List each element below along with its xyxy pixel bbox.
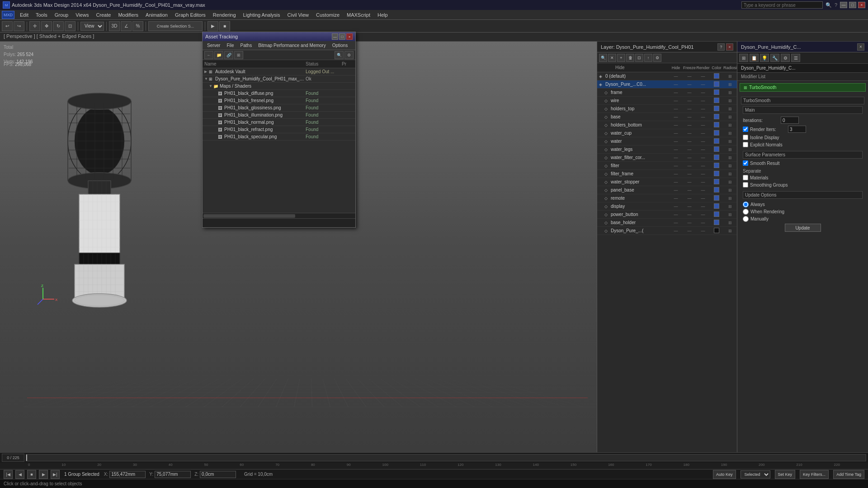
layer-hide-8[interactable]: — (669, 139, 683, 144)
snap-percent-button[interactable]: % (132, 21, 143, 31)
stop-button[interactable]: ■ (219, 21, 230, 31)
move-button[interactable]: ✥ (41, 21, 52, 31)
layer-freeze-8[interactable]: — (683, 139, 696, 144)
layer-radiosity-13[interactable]: ⊞ (723, 180, 737, 184)
at-btn-4[interactable]: ⊞ (234, 51, 243, 59)
at-row-1[interactable]: ▼ ⊞ Dyson_Pure_Humidify_Cool_PH01_max_vr… (203, 75, 355, 83)
layer-row-17[interactable]: ◇ power_button — — — ⊞ (597, 211, 737, 219)
redo-button[interactable]: ↪ (14, 21, 24, 31)
layer-hide-6[interactable]: — (669, 123, 683, 127)
ts-materials-checkbox[interactable] (743, 175, 748, 180)
layer-row-13[interactable]: ◇ water_stopper — — — ⊞ (597, 178, 737, 186)
layer-render-2[interactable]: — (696, 90, 710, 95)
layer-radiosity-10[interactable]: ⊞ (723, 155, 737, 160)
layer-render-7[interactable]: — (696, 131, 710, 136)
layer-row-11[interactable]: ◇ filter — — — ⊞ (597, 162, 737, 170)
modifier-icon-4[interactable]: 🔧 (770, 54, 779, 62)
layer-color-15[interactable] (710, 195, 723, 202)
layer-radiosity-6[interactable]: ⊞ (723, 123, 737, 127)
layer-radiosity-8[interactable]: ⊞ (723, 139, 737, 144)
set-key-button[interactable]: Set Key (775, 470, 796, 479)
rotate-button[interactable]: ↻ (53, 21, 64, 31)
play-forward-button[interactable]: ▶ (39, 470, 48, 479)
layer-color-8[interactable] (710, 138, 723, 145)
ts-explicit-checkbox[interactable] (743, 142, 748, 147)
minimize-button[interactable]: — (840, 2, 847, 8)
layer-row-15[interactable]: ◇ remote — — — ⊞ (597, 194, 737, 202)
layer-render-19[interactable]: — (696, 229, 710, 233)
layer-color-14[interactable] (710, 187, 723, 193)
layer-freeze-14[interactable]: — (683, 188, 696, 192)
layer-freeze-16[interactable]: — (683, 204, 696, 209)
at-settings-btn[interactable]: ⚙ (344, 51, 354, 59)
ts-manually-radio[interactable] (743, 216, 749, 222)
next-frame-button[interactable]: ▶| (51, 470, 60, 479)
layer-render-5[interactable]: — (696, 115, 710, 119)
layer-freeze-2[interactable]: — (683, 90, 696, 95)
search-icon[interactable]: 🔍 (826, 2, 832, 8)
layer-row-14[interactable]: ◇ panel_base — — — ⊞ (597, 186, 737, 194)
layer-render-8[interactable]: — (696, 139, 710, 144)
layer-radiosity-9[interactable]: ⊞ (723, 147, 737, 152)
layer-render-18[interactable]: — (696, 221, 710, 225)
layer-row-2[interactable]: ◇ frame — — — ⊞ (597, 89, 737, 97)
select-button[interactable]: ✛ (29, 21, 40, 31)
at-maximize-button[interactable]: □ (339, 33, 345, 40)
at-row-3[interactable]: 🖼 PH01_black_diffuse.png Found (203, 90, 355, 97)
layer-radiosity-0[interactable]: ⊞ (723, 74, 737, 79)
layer-color-1[interactable] (710, 81, 723, 88)
menu-civil-view[interactable]: Civil View (284, 11, 312, 19)
undo-button[interactable]: ↩ (2, 21, 13, 31)
at-scrollbar[interactable] (203, 213, 355, 218)
maximize-button[interactable]: □ (849, 2, 856, 8)
layer-freeze-11[interactable]: — (683, 164, 696, 168)
at-row-9[interactable]: 🖼 PH01_black_specular.png Found (203, 133, 355, 141)
layer-row-5[interactable]: ◇ base — — — ⊞ (597, 113, 737, 121)
layer-radiosity-12[interactable]: ⊞ (723, 172, 737, 176)
ts-isoline-checkbox[interactable] (743, 135, 748, 140)
layer-render-17[interactable]: — (696, 212, 710, 217)
ts-smoothing-groups-checkbox[interactable] (743, 182, 748, 188)
add-time-tag-button[interactable]: Add Time Tag (833, 470, 864, 479)
at-menu-bitmap[interactable]: Bitmap Performance and Memory (255, 42, 329, 48)
menu-animation[interactable]: Animation (142, 11, 171, 19)
layers-search-button[interactable]: 🔍 (599, 54, 607, 62)
layer-radiosity-15[interactable]: ⊞ (723, 196, 737, 201)
play-button[interactable]: ▶ (208, 21, 218, 31)
layer-radiosity-16[interactable]: ⊞ (723, 204, 737, 209)
at-menu-options[interactable]: Options (330, 42, 350, 48)
search-input[interactable] (741, 1, 823, 9)
layer-hide-16[interactable]: — (669, 204, 683, 209)
layer-freeze-9[interactable]: — (683, 147, 696, 152)
layer-freeze-3[interactable]: — (683, 99, 696, 103)
modifier-icon-1[interactable]: ⊞ (739, 54, 748, 62)
layer-hide-15[interactable]: — (669, 196, 683, 201)
layer-hide-7[interactable]: — (669, 131, 683, 136)
layer-render-12[interactable]: — (696, 172, 710, 176)
layer-color-11[interactable] (710, 163, 723, 169)
layer-radiosity-3[interactable]: ⊞ (723, 99, 737, 103)
key-filters-button[interactable]: Key Filters... (800, 470, 829, 479)
ts-render-iters-checkbox[interactable] (743, 127, 748, 132)
layer-color-5[interactable] (710, 114, 723, 120)
ts-iterations-input[interactable] (781, 117, 799, 124)
snap-button[interactable]: 3D (109, 21, 120, 31)
layer-render-10[interactable]: — (696, 155, 710, 160)
menu-create[interactable]: Create (92, 11, 114, 19)
help-icon[interactable]: ? (835, 2, 837, 8)
layer-row-12[interactable]: ◇ filter_frame — — — ⊞ (597, 170, 737, 178)
layer-radiosity-7[interactable]: ⊞ (723, 131, 737, 136)
layer-row-3[interactable]: ◇ wire — — — ⊞ (597, 97, 737, 105)
scale-button[interactable]: ⊡ (65, 21, 75, 31)
layer-hide-11[interactable]: — (669, 164, 683, 168)
x-input[interactable] (109, 471, 146, 478)
layer-freeze-0[interactable]: — (683, 74, 696, 79)
layer-render-0[interactable]: — (696, 74, 710, 79)
at-row-2[interactable]: ▼ 📁 Maps / Shaders (203, 83, 355, 90)
at-row-7[interactable]: 🖼 PH01_black_normal.png Found (203, 119, 355, 126)
menu-views[interactable]: Views (72, 11, 92, 19)
at-btn-1[interactable]: ← (204, 51, 213, 59)
at-menu-file[interactable]: File (224, 42, 236, 48)
menu-edit[interactable]: Edit (16, 11, 32, 19)
ts-render-iters-input[interactable] (788, 126, 806, 133)
